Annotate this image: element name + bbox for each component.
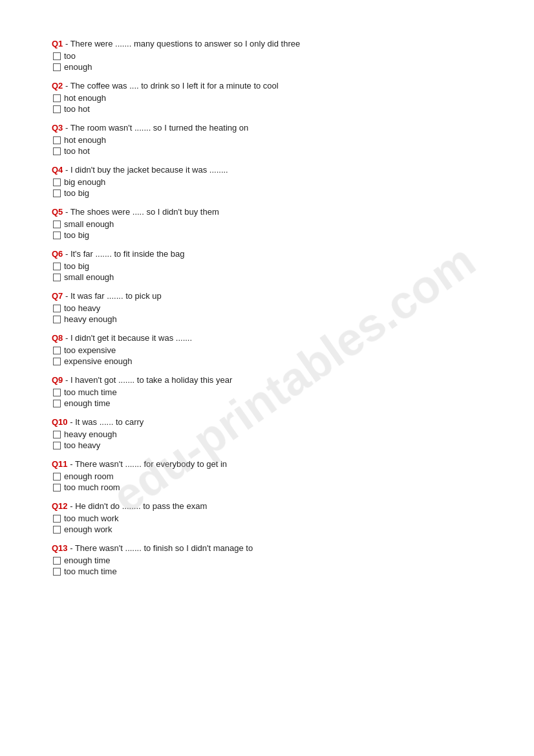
option-text-8-2: expensive enough [64,356,133,366]
question-label-2: Q2 [52,81,63,91]
question-text-5: - The shoes were ..... so I didn't buy t… [63,207,219,217]
option-text-8-1: too expensive [64,345,116,355]
question-block-7: Q7 - It was far ....... to pick uptoo he… [52,291,482,324]
option-text-13-1: enough time [64,556,111,565]
option-line-8-2: expensive enough [53,356,482,366]
option-line-7-1: too heavy [53,303,482,313]
checkbox-2-1[interactable] [53,94,61,102]
option-line-12-2: enough work [53,524,482,534]
question-text-12: - He didn't do ........ to pass the exam [68,501,208,511]
option-text-2-1: hot enough [64,93,106,103]
question-text-2: - The coffee was .... to drink so I left… [63,81,278,91]
option-text-3-2: too hot [64,146,90,156]
option-line-13-2: too much time [53,567,482,576]
checkbox-9-2[interactable] [53,400,61,407]
option-text-13-2: too much time [64,567,117,576]
question-label-11: Q11 [52,459,68,469]
checkbox-12-2[interactable] [53,526,61,534]
question-block-1: Q1 - There were ....... many questions t… [52,39,482,72]
checkbox-11-1[interactable] [53,473,61,481]
question-line-9: Q9 - I haven't got ....... to take a hol… [52,375,482,385]
option-line-9-2: enough time [53,398,482,408]
questions-container: Q1 - There were ....... many questions t… [52,39,482,576]
question-line-3: Q3 - The room wasn't ....... so I turned… [52,123,482,133]
option-text-12-1: too much work [64,513,119,523]
question-label-8: Q8 [52,333,63,343]
question-line-7: Q7 - It was far ....... to pick up [52,291,482,301]
question-label-5: Q5 [52,207,63,217]
question-text-13: - There wasn't ....... to finish so I di… [68,543,253,553]
checkbox-8-1[interactable] [53,347,61,354]
option-text-1-2: enough [64,62,92,72]
question-block-8: Q8 - I didn't get it because it was ....… [52,333,482,366]
checkbox-8-2[interactable] [53,358,61,365]
option-text-4-2: too big [64,188,89,198]
checkbox-3-1[interactable] [53,136,61,144]
option-text-7-1: too heavy [64,303,100,313]
option-line-8-1: too expensive [53,345,482,355]
option-text-3-1: hot enough [64,135,106,145]
option-line-12-1: too much work [53,513,482,523]
option-line-11-1: enough room [53,471,482,481]
option-line-2-1: hot enough [53,93,482,103]
checkbox-5-1[interactable] [53,221,61,228]
question-block-9: Q9 - I haven't got ....... to take a hol… [52,375,482,408]
question-block-3: Q3 - The room wasn't ....... so I turned… [52,123,482,156]
checkbox-4-1[interactable] [53,178,61,186]
option-text-9-1: too much time [64,387,117,397]
option-text-7-2: heavy enough [64,314,117,324]
option-line-1-1: too [53,51,482,61]
question-label-13: Q13 [52,543,68,553]
option-text-4-1: big enough [64,177,105,187]
question-text-4: - I didn't buy the jacket because it was… [63,165,228,175]
question-line-6: Q6 - It's far ....... to fit inside the … [52,249,482,259]
checkbox-12-1[interactable] [53,515,61,523]
option-text-11-2: too much room [64,482,120,492]
question-text-10: - It was ...... to carry [68,417,144,427]
checkbox-9-1[interactable] [53,389,61,396]
checkbox-7-2[interactable] [53,316,61,323]
option-line-5-1: small enough [53,219,482,229]
option-text-12-2: enough work [64,524,112,534]
question-label-12: Q12 [52,501,68,511]
option-line-9-1: too much time [53,387,482,397]
option-line-10-2: too heavy [53,440,482,450]
option-text-10-1: heavy enough [64,429,117,439]
option-line-5-2: too big [53,230,482,240]
question-line-1: Q1 - There were ....... many questions t… [52,39,482,49]
question-block-11: Q11 - There wasn't ....... for everybody… [52,459,482,492]
checkbox-1-2[interactable] [53,63,61,71]
checkbox-4-2[interactable] [53,189,61,197]
question-label-3: Q3 [52,123,63,133]
option-text-5-1: small enough [64,219,114,229]
question-label-6: Q6 [52,249,63,259]
question-block-2: Q2 - The coffee was .... to drink so I l… [52,81,482,114]
question-text-1: - There were ....... many questions to a… [63,39,300,49]
question-text-6: - It's far ....... to fit inside the bag [63,249,184,259]
checkbox-11-2[interactable] [53,484,61,491]
question-line-8: Q8 - I didn't get it because it was ....… [52,333,482,343]
checkbox-6-2[interactable] [53,274,61,281]
checkbox-7-1[interactable] [53,305,61,312]
option-text-6-2: small enough [64,272,114,282]
option-line-6-2: small enough [53,272,482,282]
checkbox-1-1[interactable] [53,52,61,60]
option-line-1-2: enough [53,62,482,72]
question-text-7: - It was far ....... to pick up [63,291,161,301]
checkbox-10-1[interactable] [53,431,61,438]
option-line-11-2: too much room [53,482,482,492]
question-label-4: Q4 [52,165,63,175]
checkbox-6-1[interactable] [53,263,61,270]
checkbox-10-2[interactable] [53,442,61,449]
question-line-11: Q11 - There wasn't ....... for everybody… [52,459,482,469]
checkbox-2-2[interactable] [53,105,61,113]
checkbox-5-2[interactable] [53,232,61,239]
option-text-9-2: enough time [64,398,111,408]
question-text-8: - I didn't get it because it was ....... [63,333,192,343]
checkbox-13-1[interactable] [53,557,61,565]
option-text-5-2: too big [64,230,89,240]
checkbox-13-2[interactable] [53,568,61,576]
checkbox-3-2[interactable] [53,147,61,155]
question-line-2: Q2 - The coffee was .... to drink so I l… [52,81,482,91]
question-label-9: Q9 [52,375,63,385]
